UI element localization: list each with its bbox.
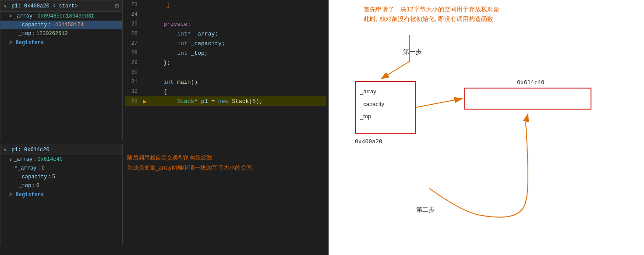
debug-header-bottom: ∨ p1: 0x614c20 [0, 145, 122, 155]
array-item-top: > _array : 0x89485ed18949ed31 [0, 12, 122, 21]
step-2-label: 第二步 [416, 206, 435, 214]
code-line-30: 30 [125, 67, 326, 77]
code-line-32: 32 { [125, 87, 326, 96]
top-annotation: 首先申请了一块12字节大小的空间用于存放栈对象 此时, 栈对象没有被初始化, 即… [364, 4, 499, 24]
field-array: _array [360, 85, 411, 98]
anno-text-1: 首先申请了一块12字节大小的空间用于存放栈对象 [364, 4, 499, 14]
array-name-bottom: _array [14, 156, 32, 163]
top-item-bottom: _top : 0 [0, 181, 122, 190]
star-array-name: *_array [14, 165, 36, 171]
debug-header-top: ∨ p1: 0x400a20 <_start> ⊞ [0, 0, 122, 12]
addr-0x614c40: 0x614c40 [517, 79, 545, 85]
code-line-26: 26 int* _array; [125, 29, 326, 39]
capacity-value: -461158174 [52, 22, 84, 28]
array-name: _array [14, 13, 32, 19]
bottom-text-1: 随后调用栈自定义类型的构造函数 [127, 152, 252, 163]
code-line-27: 27 int _capacity; [125, 39, 326, 48]
top-name-bottom: _top [9, 183, 31, 189]
top-value-bottom: 0 [36, 183, 39, 189]
star-array-value: 0 [42, 165, 45, 171]
p1-label-top: p1: 0x400a20 <_start> [8, 3, 78, 9]
code-line-33: 33 ▶ Stack* p1 = new Stack(5); [125, 96, 326, 106]
annotation-area: 首先申请了一块12字节大小的空间用于存放栈对象 此时, 栈对象没有被初始化, 即… [329, 0, 644, 255]
capacity-name: _capacity [9, 22, 47, 28]
memory-box-stack: _array _capacity _top [355, 81, 416, 134]
top-name: _top [9, 31, 31, 37]
step-1-label: 第一步 [403, 48, 421, 56]
registers-bottom[interactable]: > Registers [0, 190, 122, 200]
code-line-24: 24 [125, 10, 326, 19]
code-panel: 23 } 24 25 private: 26 int* _array; 27 i… [125, 0, 326, 140]
bottom-annotation-text: 随后调用栈自定义类型的构造函数 为成员变量_array向堆申请一块20字节大小的… [127, 152, 252, 173]
star-array-item: *_array : 0 [0, 164, 122, 173]
code-line-25: 25 private: [125, 19, 326, 29]
capacity-name-bottom: _capacity [9, 174, 47, 180]
array-item-bottom: ∨ _array : 0x614c40 [0, 155, 122, 164]
expand-arrow-bottom[interactable]: ∨ [4, 147, 7, 152]
addr-0x400a20: 0x400a20 [355, 138, 382, 145]
array-value-bottom: 0x614c40 [37, 156, 63, 163]
view-icon-top[interactable]: ⊞ [115, 2, 119, 10]
active-arrow: ▶ [143, 98, 150, 105]
capacity-value-bottom: 5 [52, 174, 55, 180]
code-line-31: 31 int main() [125, 77, 326, 87]
field-top: _top [360, 110, 411, 123]
p1-label-bottom: p1: 0x614c20 [8, 147, 50, 153]
code-line-28: 28 int _top; [125, 48, 326, 58]
capacity-item-top: _capacity : -461158174 [0, 21, 122, 29]
array-expand-arrow[interactable]: ∨ [9, 157, 12, 162]
debug-panel-bottom: ∨ p1: 0x614c20 ∨ _array : 0x614c40 *_arr… [0, 145, 123, 245]
registers-top[interactable]: > Registers [0, 38, 122, 48]
anno-text-2: 此时, 栈对象没有被初始化, 即没有调用构造函数 [364, 14, 499, 24]
top-value: 1230262512 [36, 31, 68, 37]
expand-arrow-top[interactable]: ∨ [4, 4, 7, 9]
debug-panel-top: ∨ p1: 0x400a20 <_start> ⊞ > _array : 0x8… [0, 0, 123, 140]
bottom-text-2: 为成员变量_array向堆申请一块20字节大小的空间 [127, 163, 252, 173]
top-item-top: _top : 1230262512 [0, 29, 122, 38]
array-arrow[interactable]: > [9, 14, 12, 19]
memory-box-heap [464, 88, 591, 110]
capacity-item-bottom: _capacity : 5 [0, 173, 122, 181]
code-line-29: 29 }; [125, 58, 326, 67]
code-line-23: 23 } [125, 0, 326, 10]
field-capacity: _capacity [360, 98, 411, 111]
array-value: 0x89485ed18949ed31 [37, 13, 94, 19]
